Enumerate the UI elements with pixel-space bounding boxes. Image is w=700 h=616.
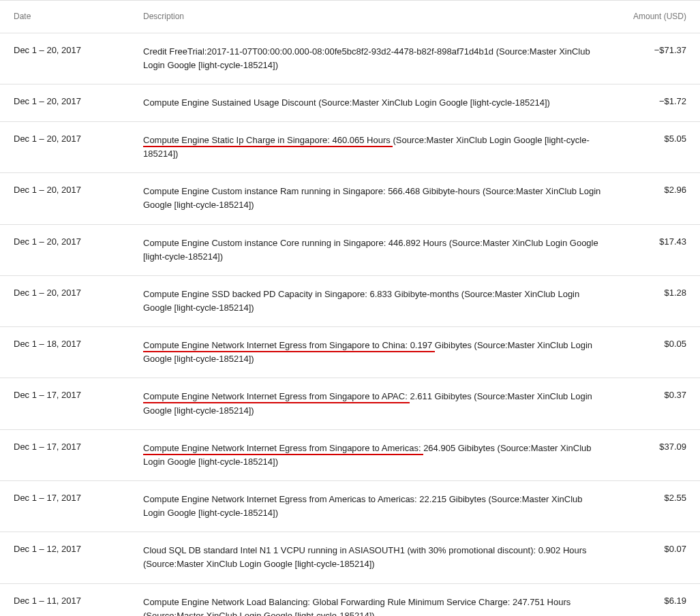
table-row: Dec 1 – 20, 2017Compute Engine Custom in… xyxy=(0,225,700,276)
desc-text-post: Compute Engine Network Internet Egress f… xyxy=(143,494,583,518)
cell-description: Credit FreeTrial:2017-11-07T00:00:00.000… xyxy=(143,45,618,72)
cell-description: Compute Engine Network Internet Egress f… xyxy=(143,493,618,520)
table-row: Dec 1 – 18, 2017Compute Engine Network I… xyxy=(0,327,700,378)
desc-text-highlighted: Compute Engine Network Internet Egress f… xyxy=(143,443,423,455)
table-row: Dec 1 – 20, 2017Compute Engine Static Ip… xyxy=(0,122,700,173)
cell-description: Compute Engine Network Internet Egress f… xyxy=(143,390,618,417)
cell-amount: $17.43 xyxy=(618,236,700,247)
table-row: Dec 1 – 20, 2017Credit FreeTrial:2017-11… xyxy=(0,33,700,84)
cell-description: Compute Engine Network Load Balancing: G… xyxy=(143,596,618,616)
cell-date: Dec 1 – 20, 2017 xyxy=(0,134,143,144)
cell-date: Dec 1 – 17, 2017 xyxy=(0,493,143,503)
cell-amount: $0.07 xyxy=(618,544,700,554)
desc-text-highlighted: Compute Engine Static Ip Charge in Singa… xyxy=(143,135,393,147)
cell-amount: $5.05 xyxy=(618,134,700,144)
desc-text-post: Compute Engine SSD backed PD Capacity in… xyxy=(143,289,579,313)
cell-amount: $2.55 xyxy=(618,493,700,503)
table-row: Dec 1 – 20, 2017Compute Engine Custom in… xyxy=(0,173,700,224)
desc-text-post: Compute Engine Custom instance Ram runni… xyxy=(143,186,600,210)
desc-text-post: Cloud SQL DB standard Intel N1 1 VCPU ru… xyxy=(143,545,587,569)
cell-description: Compute Engine Network Internet Egress f… xyxy=(143,442,618,469)
cell-date: Dec 1 – 20, 2017 xyxy=(0,185,143,195)
table-row: Dec 1 – 17, 2017Compute Engine Network I… xyxy=(0,430,700,481)
cell-amount: $0.05 xyxy=(618,339,700,349)
cell-date: Dec 1 – 11, 2017 xyxy=(0,596,143,606)
cell-description: Compute Engine Sustained Usage Discount … xyxy=(143,96,618,110)
cell-date: Dec 1 – 20, 2017 xyxy=(0,96,143,106)
cell-description: Compute Engine Custom instance Core runn… xyxy=(143,236,618,264)
table-row: Dec 1 – 20, 2017Compute Engine SSD backe… xyxy=(0,276,700,327)
cell-amount: $2.96 xyxy=(618,185,700,195)
cell-description: Compute Engine Network Internet Egress f… xyxy=(143,339,618,366)
cell-amount: −$1.72 xyxy=(618,96,700,106)
table-header-row: Date Description Amount (USD) xyxy=(0,0,700,33)
cell-description: Compute Engine Static Ip Charge in Singa… xyxy=(143,134,618,161)
cell-amount: $0.37 xyxy=(618,390,700,400)
header-description: Description xyxy=(143,10,618,23)
cell-amount: −$71.37 xyxy=(618,45,700,55)
desc-text-highlighted: Compute Engine Network Internet Egress f… xyxy=(143,340,435,352)
cell-amount: $1.28 xyxy=(618,288,700,298)
cell-date: Dec 1 – 20, 2017 xyxy=(0,288,143,298)
cell-amount: $6.19 xyxy=(618,596,700,606)
cell-description: Cloud SQL DB standard Intel N1 1 VCPU ru… xyxy=(143,544,618,571)
table-row: Dec 1 – 20, 2017Compute Engine Sustained… xyxy=(0,84,700,122)
header-amount: Amount (USD) xyxy=(618,12,700,21)
cell-date: Dec 1 – 17, 2017 xyxy=(0,390,143,400)
table-row: Dec 1 – 17, 2017Compute Engine Network I… xyxy=(0,378,700,429)
desc-text-post: Credit FreeTrial:2017-11-07T00:00:00.000… xyxy=(143,46,590,70)
cell-description: Compute Engine Custom instance Ram runni… xyxy=(143,185,618,212)
desc-text-post: Compute Engine Custom instance Core runn… xyxy=(143,238,598,262)
billing-table: Date Description Amount (USD) Dec 1 – 20… xyxy=(0,0,700,616)
table-row: Dec 1 – 17, 2017Compute Engine Network I… xyxy=(0,481,700,532)
cell-date: Dec 1 – 20, 2017 xyxy=(0,45,143,55)
cell-date: Dec 1 – 20, 2017 xyxy=(0,236,143,247)
cell-date: Dec 1 – 17, 2017 xyxy=(0,442,143,452)
cell-description: Compute Engine SSD backed PD Capacity in… xyxy=(143,288,618,315)
desc-text-highlighted: Compute Engine Network Internet Egress f… xyxy=(143,391,410,403)
cell-amount: $37.09 xyxy=(618,442,700,452)
table-row: Dec 1 – 11, 2017Compute Engine Network L… xyxy=(0,584,700,616)
desc-text-post: Compute Engine Sustained Usage Discount … xyxy=(143,97,550,108)
desc-text-post: Compute Engine Network Load Balancing: G… xyxy=(143,597,570,616)
cell-date: Dec 1 – 12, 2017 xyxy=(0,544,143,554)
header-date: Date xyxy=(0,12,143,21)
table-row: Dec 1 – 12, 2017Cloud SQL DB standard In… xyxy=(0,532,700,583)
cell-date: Dec 1 – 18, 2017 xyxy=(0,339,143,349)
